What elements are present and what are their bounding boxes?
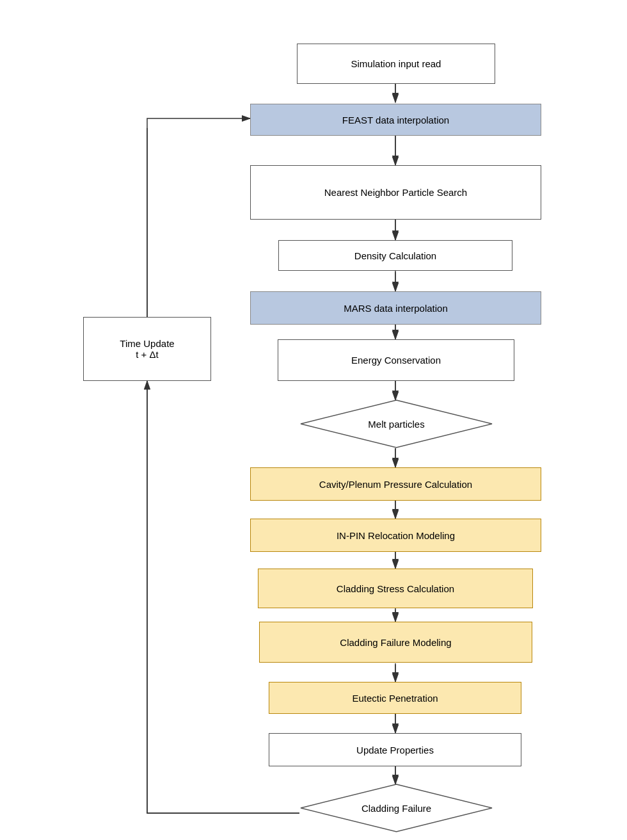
energy-label: Energy Conservation xyxy=(351,355,441,366)
inpin-label: IN-PIN Relocation Modeling xyxy=(337,530,455,541)
cladding-failure-model-label: Cladding Failure Modeling xyxy=(340,637,451,648)
cladding-failure-model-node: Cladding Failure Modeling xyxy=(259,622,532,663)
cladding-failure-label: Cladding Failure xyxy=(361,803,431,814)
density-node: Density Calculation xyxy=(278,240,512,271)
simulation-input-label: Simulation input read xyxy=(351,58,441,69)
eutectic-node: Eutectic Penetration xyxy=(269,682,521,714)
nearest-neighbor-label: Nearest Neighbor Particle Search xyxy=(324,187,467,198)
melt-particles-label: Melt particles xyxy=(368,419,424,430)
update-props-label: Update Properties xyxy=(356,745,434,755)
feast-node: FEAST data interpolation xyxy=(250,104,541,136)
feast-label: FEAST data interpolation xyxy=(342,115,449,125)
melt-particles-node: Melt particles xyxy=(299,399,493,449)
cladding-stress-label: Cladding Stress Calculation xyxy=(337,583,454,594)
nearest-neighbor-node: Nearest Neighbor Particle Search xyxy=(250,165,541,220)
cladding-failure-node: Cladding Failure xyxy=(299,783,493,833)
eutectic-label: Eutectic Penetration xyxy=(352,693,438,704)
density-label: Density Calculation xyxy=(354,250,436,261)
simulation-input-node: Simulation input read xyxy=(297,44,495,84)
update-props-node: Update Properties xyxy=(269,733,521,766)
time-update-node: Time Update t + Δt xyxy=(83,317,211,381)
inpin-node: IN-PIN Relocation Modeling xyxy=(250,519,541,552)
cavity-label: Cavity/Plenum Pressure Calculation xyxy=(319,479,472,490)
time-update-label: Time Update t + Δt xyxy=(120,338,174,360)
cladding-stress-node: Cladding Stress Calculation xyxy=(258,569,533,608)
cavity-node: Cavity/Plenum Pressure Calculation xyxy=(250,467,541,501)
mars-node: MARS data interpolation xyxy=(250,291,541,325)
mars-label: MARS data interpolation xyxy=(344,303,448,314)
energy-node: Energy Conservation xyxy=(278,339,514,381)
